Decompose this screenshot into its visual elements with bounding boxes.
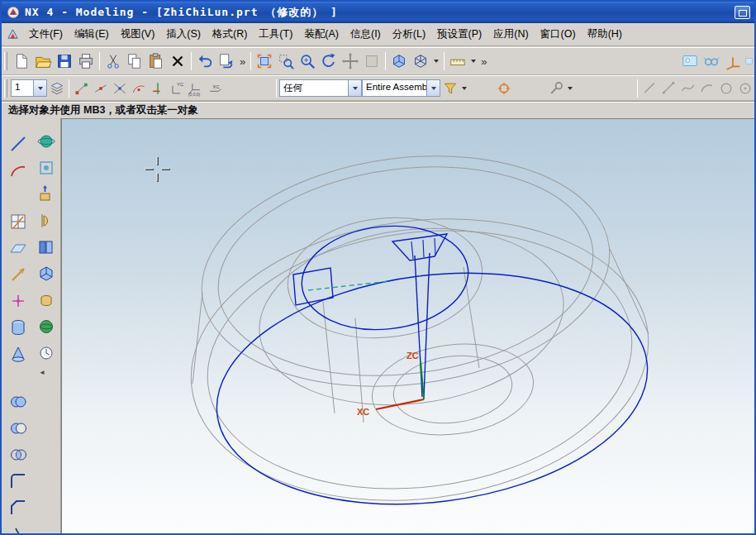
rotate-view-button[interactable]	[318, 50, 340, 72]
tools-misc-button[interactable]	[546, 79, 565, 98]
sphere-tool-button[interactable]	[35, 315, 58, 338]
fit-view-button[interactable]	[254, 50, 275, 72]
curve-line-button[interactable]	[640, 79, 659, 98]
menu-application[interactable]: 应用(N)	[487, 24, 534, 45]
menu-view[interactable]: 视图(V)	[115, 24, 161, 45]
toolbar-overflow-icon[interactable]: »	[237, 55, 248, 68]
selection-scope-dropdown[interactable]: Entire Assemb	[362, 79, 440, 97]
menu-analysis[interactable]: 分析(L)	[387, 24, 431, 45]
window-control-button[interactable]	[735, 6, 750, 19]
dropdown-arrow-icon[interactable]	[426, 80, 440, 96]
snap-arc-center-button[interactable]	[129, 79, 148, 98]
toolbar-grip[interactable]	[4, 79, 7, 98]
sketch-tool-button[interactable]	[7, 210, 30, 233]
wcs-yc-button[interactable]: YC	[167, 79, 186, 98]
visualization-button[interactable]	[701, 50, 722, 72]
zoom-button[interactable]	[297, 50, 318, 72]
display-mode-dropdown-arrow[interactable]	[431, 51, 441, 71]
print-button[interactable]	[75, 50, 97, 72]
menu-information[interactable]: 信息(I)	[345, 24, 387, 45]
menu-insert[interactable]: 插入(S)	[160, 24, 207, 45]
tools-misc-dropdown-arrow[interactable]	[565, 79, 575, 98]
curve-spline-button[interactable]	[678, 79, 697, 98]
pan-view-button[interactable]	[340, 50, 361, 72]
cut-button[interactable]	[102, 50, 124, 72]
dropdown-arrow-icon[interactable]	[348, 80, 361, 96]
extrude-tool-button[interactable]	[35, 183, 58, 206]
layer-value: 1	[12, 80, 33, 96]
separator	[444, 52, 445, 70]
wcs-xc-button[interactable]: XC	[205, 79, 224, 98]
delete-button[interactable]	[167, 50, 188, 72]
layer-settings-button[interactable]	[47, 79, 66, 98]
wireframe-view-button[interactable]	[410, 50, 431, 72]
menu-help[interactable]: 帮助(H)	[582, 24, 628, 45]
copy-button[interactable]	[124, 50, 145, 72]
wcs-display-button[interactable]	[722, 50, 744, 72]
revolve-tool-button[interactable]	[35, 209, 58, 232]
graphics-window[interactable]: XC ZC	[61, 118, 754, 533]
measure-dropdown-arrow[interactable]	[468, 51, 478, 71]
paste-button[interactable]	[145, 50, 167, 72]
dropdown-arrow-icon[interactable]	[33, 80, 46, 96]
new-button[interactable]	[11, 50, 32, 72]
shaded-view-button[interactable]	[388, 50, 410, 72]
snap-midpoint-button[interactable]	[91, 79, 110, 98]
arc-tool-button[interactable]	[7, 159, 30, 182]
menu-preferences[interactable]: 预设置(P)	[431, 24, 487, 45]
boss-tool-button[interactable]	[35, 289, 58, 312]
curve-arc-button[interactable]	[697, 79, 716, 98]
menu-format[interactable]: 格式(R)	[207, 24, 253, 45]
orbit-view-tool-button[interactable]	[35, 130, 58, 153]
undo-button[interactable]	[194, 50, 216, 72]
chamfer-tool-button[interactable]	[7, 496, 30, 519]
layer-dropdown[interactable]: 1	[11, 79, 47, 97]
datum-axis-tool-button[interactable]	[7, 263, 30, 286]
measure-button[interactable]	[447, 50, 468, 72]
snap-endpoint-button[interactable]	[72, 79, 91, 98]
menubar: 文件(F) 编辑(E) 视图(V) 插入(S) 格式(R) 工具(T) 装配(A…	[2, 23, 754, 46]
intersect-tool-button[interactable]	[7, 443, 30, 466]
menu-window[interactable]: 窗口(O)	[535, 24, 582, 45]
measure-tool-button[interactable]	[35, 342, 58, 365]
menu-file[interactable]: 文件(F)	[23, 24, 69, 45]
snap-intersection-button[interactable]	[110, 79, 129, 98]
trim-body-tool-button[interactable]	[7, 523, 30, 535]
curve-circle-center-button[interactable]	[735, 79, 754, 98]
fit-view-tool-button[interactable]	[35, 156, 58, 179]
subtract-tool-button[interactable]	[7, 417, 30, 440]
open-button[interactable]	[32, 50, 54, 72]
type-filter-dropdown[interactable]: 任何	[279, 79, 362, 97]
toolbar-grip[interactable]	[4, 52, 7, 70]
selection-filter-button[interactable]	[440, 79, 459, 98]
standard-toolbar: » »	[2, 47, 754, 75]
cone-tool-button[interactable]	[7, 342, 30, 365]
cylinder-tool-button[interactable]	[7, 316, 30, 339]
high-quality-image-button[interactable]	[679, 50, 701, 72]
clipped-edge-button[interactable]	[744, 50, 754, 72]
datum-plane-tool-button[interactable]	[7, 236, 30, 260]
zoom-window-button[interactable]	[275, 50, 297, 72]
curve-circle-button[interactable]	[716, 79, 735, 98]
selection-filter-dropdown-arrow[interactable]	[459, 79, 469, 98]
redo-button[interactable]	[216, 50, 237, 72]
save-button[interactable]	[54, 50, 75, 72]
snap-quadrant-button[interactable]	[148, 79, 167, 98]
part-navigator-tool-button[interactable]	[35, 236, 58, 259]
unite-tool-button[interactable]	[7, 390, 30, 413]
curve-line-points-button[interactable]	[659, 79, 678, 98]
snap-ball-button[interactable]	[494, 79, 513, 98]
titlebar[interactable]: NX 4 - Modeling - [ZhiChiLun.prt （修改的） ]	[2, 2, 754, 23]
block-tool-button[interactable]	[35, 262, 58, 285]
wcs-origin-button[interactable]: (0,0,0)	[186, 79, 205, 98]
perspective-button[interactable]	[361, 50, 383, 72]
point-tool-button[interactable]	[7, 289, 30, 313]
toolbar-overflow-icon[interactable]: »	[478, 55, 489, 68]
toolbar-collapse-button[interactable]: ◄	[36, 366, 48, 378]
menu-tools[interactable]: 工具(T)	[253, 24, 298, 45]
edge-blend-tool-button[interactable]	[7, 470, 30, 493]
line-tool-button[interactable]	[7, 132, 30, 155]
menu-edit[interactable]: 编辑(E)	[69, 24, 115, 45]
gear-wireframe-view[interactable]: XC ZC	[62, 119, 756, 535]
menu-assemblies[interactable]: 装配(A)	[298, 24, 345, 45]
